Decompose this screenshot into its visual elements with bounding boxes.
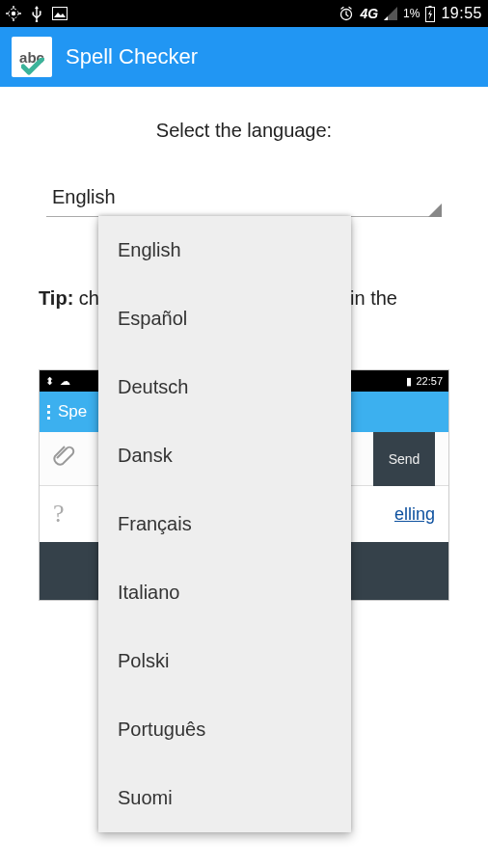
picture-icon: [52, 7, 68, 20]
question-icon: ?: [53, 500, 65, 529]
gps-icon: [6, 6, 21, 21]
app-title: Spell Checker: [66, 44, 198, 69]
dropdown-item[interactable]: Deutsch: [98, 353, 351, 421]
app-icon: abc: [12, 37, 52, 77]
signal-icon: [384, 7, 397, 20]
status-bar: 4G 1% 19:55: [0, 0, 488, 27]
dropdown-item[interactable]: Polski: [98, 627, 351, 695]
send-button[interactable]: Send: [373, 432, 435, 486]
dropdown-item[interactable]: Português: [98, 695, 351, 764]
network-type: 4G: [360, 6, 378, 21]
spinner-value: English: [46, 186, 442, 216]
chevron-down-icon: [428, 203, 442, 217]
attachment-icon: [53, 445, 78, 473]
thumb-clock: 22:57: [416, 375, 443, 387]
dropdown-item[interactable]: English: [98, 216, 351, 285]
tip-label: Tip:: [39, 287, 73, 309]
menu-icon: [47, 405, 50, 420]
battery-percent: 1%: [403, 7, 420, 20]
dropdown-item[interactable]: Français: [98, 490, 351, 558]
battery-icon: [425, 6, 435, 22]
tip-part1: ch: [73, 287, 99, 309]
dropdown-item[interactable]: Suomi: [98, 764, 351, 832]
spelling-link[interactable]: elling: [394, 504, 435, 525]
dropdown-item[interactable]: Dansk: [98, 421, 351, 490]
language-spinner[interactable]: English: [46, 186, 442, 217]
status-clock: 19:55: [441, 5, 482, 22]
usb-icon: [31, 5, 42, 22]
page-heading: Select the language:: [39, 120, 449, 142]
check-icon: [21, 58, 44, 75]
alarm-icon: [339, 6, 354, 21]
usb-icon: ⬍: [45, 375, 54, 388]
dropdown-item[interactable]: Español: [98, 285, 351, 353]
language-dropdown[interactable]: EnglishEspañolDeutschDanskFrançaisItalia…: [98, 216, 351, 832]
signal-icon: ▮: [406, 375, 412, 388]
cloud-icon: ☁: [60, 375, 70, 388]
app-bar: abc Spell Checker: [0, 27, 488, 87]
thumb-app-title: Spe: [58, 402, 87, 421]
svg-point-0: [12, 12, 15, 15]
svg-rect-2: [53, 8, 68, 20]
dropdown-item[interactable]: Italiano: [98, 558, 351, 627]
